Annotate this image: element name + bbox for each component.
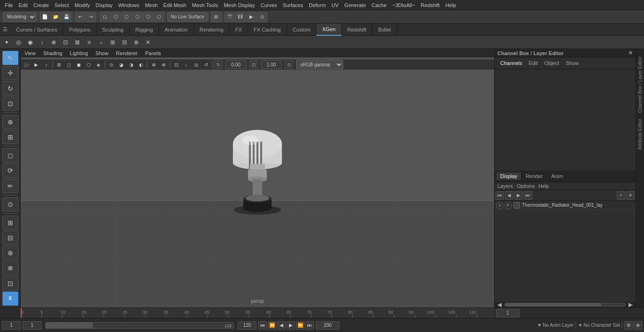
vp-iso-btn[interactable]: ⊡: [172, 60, 181, 69]
tab-rendering[interactable]: Rendering: [194, 24, 230, 36]
panel-tab-render[interactable]: Render: [522, 172, 546, 180]
new-file-btn[interactable]: 📄: [40, 12, 50, 22]
layer-scroll-prev[interactable]: ◀: [505, 191, 513, 200]
attribute-editor-vert-label[interactable]: Attribute Editor: [636, 116, 644, 153]
menu-generate[interactable]: Generate: [341, 1, 369, 9]
bb-char-set-arrow[interactable]: ▼: [578, 323, 583, 328]
layer-scroll-end[interactable]: ⏭: [524, 191, 532, 200]
cb-tab-edit[interactable]: Edit: [526, 59, 540, 67]
vp-light-btn[interactable]: ◈: [94, 60, 103, 69]
vp-tex-btn[interactable]: ⬡: [84, 60, 93, 69]
layer-del-btn[interactable]: ✕: [626, 191, 635, 200]
workspace-dropdown[interactable]: Modeling: [3, 12, 36, 22]
bb-play-end-btn[interactable]: ⏭: [305, 321, 314, 330]
bb-fwd-btn[interactable]: ⏩: [296, 321, 305, 330]
panel-tab-display[interactable]: Display: [496, 172, 521, 180]
xgen-icon6[interactable]: ⊡: [60, 37, 71, 48]
vp-fx1-btn[interactable]: ⊕: [149, 60, 158, 69]
xgen-icon7[interactable]: ⊠: [72, 37, 83, 48]
layer-visibility-btn[interactable]: V: [496, 202, 503, 209]
layer-new-btn[interactable]: +: [617, 191, 625, 200]
bb-frame-input-1[interactable]: [2, 321, 21, 330]
vp-menu-shading[interactable]: Shading: [41, 50, 64, 57]
xgen-icon2[interactable]: ◎: [13, 37, 24, 48]
select-lasso-btn[interactable]: ⬡: [143, 12, 153, 22]
panel-menu-layers[interactable]: Layers: [497, 183, 513, 189]
menu-edit-mesh[interactable]: Edit Mesh: [160, 1, 189, 9]
vp-menu-lighting[interactable]: Lighting: [68, 50, 90, 57]
select-obj-btn[interactable]: ◻: [99, 12, 110, 22]
layer-scroll-start[interactable]: ⏮: [495, 191, 504, 200]
menu-modify[interactable]: Modify: [72, 1, 92, 9]
panel-tab-anim[interactable]: Anim: [547, 172, 567, 180]
select-comp-btn[interactable]: ⬡: [121, 12, 132, 22]
select-hier-btn[interactable]: ⬡: [110, 12, 121, 22]
vp-camera-btn[interactable]: 🎥: [22, 60, 31, 69]
panel-menu-options[interactable]: Options: [517, 183, 535, 189]
vp-ao-btn[interactable]: ◑: [126, 60, 136, 69]
bb-frame-input-2[interactable]: [23, 321, 41, 330]
render3-btn[interactable]: ▶: [246, 12, 256, 22]
move-tool[interactable]: ✛: [2, 66, 18, 80]
tab-redshift[interactable]: Redshift: [342, 24, 372, 36]
select-paint-btn[interactable]: ⬡: [132, 12, 142, 22]
render2-btn[interactable]: 🎞: [235, 12, 246, 22]
menu-display[interactable]: Display: [93, 1, 116, 9]
vp-film-btn[interactable]: ▶: [32, 60, 41, 69]
vp-aa-btn[interactable]: ◐: [136, 60, 146, 69]
cb-close-btn[interactable]: ✕: [628, 50, 633, 56]
vp-obj-btn[interactable]: ⬦: [182, 60, 191, 69]
rotate-tool[interactable]: ↻: [2, 81, 18, 95]
xgen-icon3[interactable]: ◉: [25, 37, 36, 48]
xgen-icon5[interactable]: ⊕: [48, 37, 59, 48]
menu-deform[interactable]: Deform: [306, 1, 329, 9]
vp-menu-view[interactable]: View: [23, 50, 38, 57]
vp-solid-btn[interactable]: ◼: [74, 60, 83, 69]
live-surface-btn[interactable]: No Live Surface: [167, 12, 207, 22]
xgen-icon12[interactable]: ⊗: [131, 37, 142, 48]
viewport[interactable]: View Shading Lighting Show Renderer Pane…: [21, 49, 494, 308]
xgen-icon8[interactable]: ≡: [83, 37, 95, 48]
undo-btn[interactable]: ↩: [75, 12, 85, 22]
cb-tab-object[interactable]: Object: [541, 59, 562, 67]
timeline-current-frame[interactable]: [496, 309, 520, 317]
vp-menu-show[interactable]: Show: [94, 50, 111, 57]
vp-coord-y[interactable]: [261, 60, 282, 69]
vp-smooth-btn[interactable]: ⊙: [107, 60, 116, 69]
menu-create[interactable]: Create: [31, 1, 52, 9]
bb-end-frame[interactable]: [238, 321, 256, 330]
render4-btn[interactable]: ⊙: [257, 12, 267, 22]
menu-mesh-tools[interactable]: Mesh Tools: [189, 1, 221, 9]
menu-edit[interactable]: Edit: [16, 1, 31, 9]
extra-tool2[interactable]: ⊟: [2, 231, 18, 245]
xgen-icon1[interactable]: ✦: [1, 37, 12, 48]
vp-shadow-btn[interactable]: ◕: [116, 60, 126, 69]
menu-mesh[interactable]: Mesh: [142, 1, 160, 9]
layer-scroll-right-arrow[interactable]: ▶: [627, 301, 635, 308]
menu-uv[interactable]: UV: [329, 1, 341, 9]
time-ruler[interactable]: 1 5 10 15 20 25 30 35 40 45 50: [21, 308, 494, 318]
render-btn[interactable]: 🎬: [224, 12, 235, 22]
open-file-btn[interactable]: 📁: [50, 12, 61, 22]
vp-ref-btn[interactable]: ↺: [201, 60, 211, 69]
tab-custom[interactable]: Custom: [287, 24, 317, 36]
layer-scrollbar-thumb[interactable]: [505, 303, 601, 306]
panel-menu-help[interactable]: Help: [538, 183, 549, 189]
scale-tool[interactable]: ⊡: [2, 97, 18, 111]
show-manipulator[interactable]: ⊙: [2, 197, 18, 211]
xgen-icon13[interactable]: ✕: [142, 37, 154, 48]
select-marquee-btn[interactable]: ⬡: [154, 12, 164, 22]
xgen-icon4[interactable]: ↓: [36, 37, 48, 48]
layer-scroll-left-arrow[interactable]: ◀: [495, 301, 504, 308]
vp-fx2-btn[interactable]: ⊗: [159, 60, 168, 69]
vp-menu-renderer[interactable]: Renderer: [114, 50, 140, 57]
xgen-icon9[interactable]: ⬦: [95, 37, 107, 48]
menu-surfaces[interactable]: Surfaces: [280, 1, 306, 9]
menu-curves[interactable]: Curves: [258, 1, 280, 9]
snap-tool[interactable]: ⊞: [2, 130, 18, 144]
layer-scroll-next[interactable]: ▶: [514, 191, 523, 200]
extra-tool4[interactable]: ⊗: [2, 261, 18, 275]
tab-sculpting[interactable]: Sculpting: [97, 24, 130, 36]
bb-play-start-btn[interactable]: ⏮: [258, 321, 267, 330]
bb-anim-btn[interactable]: ⊕: [634, 321, 642, 330]
